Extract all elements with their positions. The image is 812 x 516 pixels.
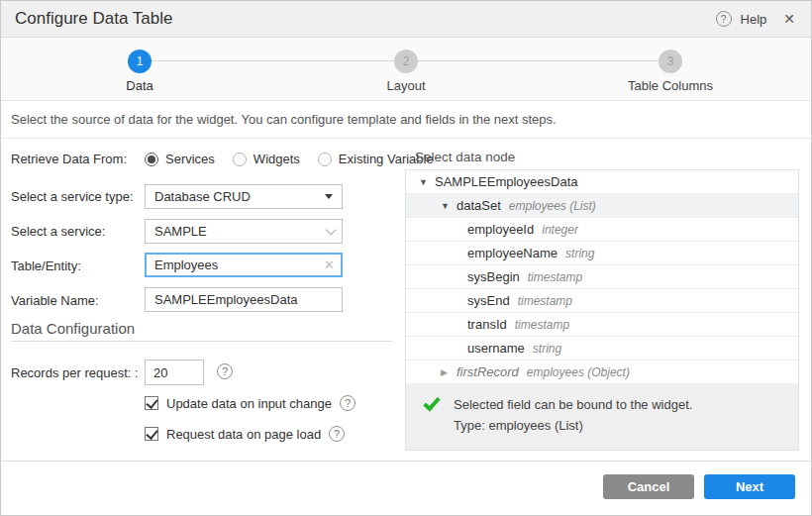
dialog-content: Retrieve Data From: Services Widgets Exi… xyxy=(1,139,811,463)
dropdown-arrow-icon xyxy=(325,194,333,199)
radio-existing-variable-dot xyxy=(318,153,332,166)
tree-node-name: firstRecord xyxy=(457,364,519,379)
tree-node-type: string xyxy=(533,342,561,356)
tree-node-name: employeeName xyxy=(467,246,558,260)
tree-node-type: timestamp xyxy=(518,294,572,308)
collapse-arrow-icon[interactable]: ▼ xyxy=(441,201,457,211)
request-data-checkbox-row: Request data on page load ? xyxy=(145,426,345,442)
tree-row-employeeid[interactable]: employeeId integer xyxy=(406,218,798,242)
tree-node-name: SAMPLEEmployeesData xyxy=(435,174,578,189)
dialog-header: Configure Data Table ? Help ✕ xyxy=(1,1,811,38)
records-per-request-label: Records per request: : xyxy=(11,365,139,380)
service-type-value: Database CRUD xyxy=(154,189,251,204)
tree-row-transid[interactable]: transId timestamp xyxy=(406,313,798,337)
data-configuration-title: Data Configuration xyxy=(11,320,135,337)
update-data-checkbox-row: Update data on input change ? xyxy=(145,395,355,411)
chevron-down-icon xyxy=(325,224,336,235)
radio-services[interactable]: Services xyxy=(145,152,215,166)
binding-status-text: Selected field can be bound to the widge… xyxy=(454,394,692,436)
header-actions: ? Help ✕ xyxy=(716,11,811,27)
dialog-title: Configure Data Table xyxy=(1,9,716,29)
select-data-node-title: Select data node xyxy=(415,150,515,164)
expand-arrow-icon[interactable]: ▶ xyxy=(441,367,457,377)
retrieve-data-from-radios: Services Widgets Existing Variable xyxy=(145,152,434,166)
radio-widgets-dot xyxy=(233,153,247,166)
collapse-arrow-icon[interactable]: ▼ xyxy=(419,177,435,187)
next-button[interactable]: Next xyxy=(704,474,795,499)
help-link[interactable]: Help xyxy=(741,12,767,27)
wizard-stepper: 1 Data 2 Layout 3 Table Columns xyxy=(1,38,811,101)
records-help-icon[interactable]: ? xyxy=(217,363,233,379)
step-2-label: Layout xyxy=(386,78,425,93)
help-icon[interactable]: ? xyxy=(716,11,732,27)
service-type-label: Select a service type: xyxy=(11,189,134,204)
radio-widgets-label: Widgets xyxy=(254,152,300,166)
update-data-checkbox-label: Update data on input change xyxy=(166,396,332,411)
step-3-label: Table Columns xyxy=(628,78,713,93)
configure-data-table-dialog: Configure Data Table ? Help ✕ 1 Data 2 L… xyxy=(0,0,812,516)
tree-node-type: integer xyxy=(542,223,578,237)
close-icon[interactable]: ✕ xyxy=(783,11,795,27)
binding-status-line1: Selected field can be bound to the widge… xyxy=(454,394,692,415)
data-node-tree: ▼ SAMPLEEmployeesData ▼ dataSet employee… xyxy=(405,169,799,451)
tree-row-firstrecord[interactable]: ▶ firstRecord employees (Object) xyxy=(406,361,798,384)
tree-row-dataset[interactable]: ▼ dataSet employees (List) xyxy=(406,194,798,218)
tree-node-name: sysBegin xyxy=(467,269,520,284)
variable-name-label: Variable Name: xyxy=(11,293,99,308)
radio-services-dot xyxy=(145,153,158,166)
step-3-circle[interactable]: 3 xyxy=(659,50,682,73)
update-data-help-icon[interactable]: ? xyxy=(340,395,355,411)
radio-services-label: Services xyxy=(165,152,215,166)
tree-node-type: employees (Object) xyxy=(527,365,630,379)
tree-row-sysbegin[interactable]: sysBegin timestamp xyxy=(406,265,798,289)
tree-node-type: employees (List) xyxy=(509,199,596,213)
dialog-description: Select the source of data for the widget… xyxy=(1,101,811,139)
service-label: Select a service: xyxy=(11,224,105,239)
request-data-help-icon[interactable]: ? xyxy=(329,426,345,442)
request-data-checkbox-label: Request data on page load xyxy=(166,427,321,442)
tree-node-name: username xyxy=(467,341,525,356)
tree-row-sysend[interactable]: sysEnd timestamp xyxy=(406,289,798,313)
request-data-checkbox[interactable] xyxy=(145,427,158,441)
success-check-icon xyxy=(423,394,440,412)
update-data-checkbox[interactable] xyxy=(145,396,158,410)
tree-row-username[interactable]: username string xyxy=(406,337,798,361)
cancel-button[interactable]: Cancel xyxy=(603,474,694,499)
section-divider xyxy=(11,341,392,342)
step-2-circle[interactable]: 2 xyxy=(394,50,418,73)
table-entity-label: Table/Entity: xyxy=(11,258,81,273)
binding-status-message: Selected field can be bound to the widge… xyxy=(406,384,798,450)
service-type-select[interactable]: Database CRUD xyxy=(145,184,343,209)
tree-row-employeename[interactable]: employeeName string xyxy=(406,242,798,265)
tree-node-name: transId xyxy=(467,317,507,332)
tree-node-type: string xyxy=(565,247,594,260)
tree-node-name: dataSet xyxy=(457,198,501,213)
variable-name-input[interactable] xyxy=(145,287,343,312)
tree-node-type: timestamp xyxy=(515,318,569,332)
step-1-label: Data xyxy=(126,78,152,93)
service-select[interactable]: SAMPLE xyxy=(145,219,343,244)
retrieve-data-from-label: Retrieve Data From: xyxy=(11,152,127,166)
table-entity-input[interactable] xyxy=(145,253,343,277)
tree-node-type: timestamp xyxy=(528,270,582,284)
clear-input-icon[interactable]: ✕ xyxy=(324,258,335,272)
binding-status-line2: Type: employees (List) xyxy=(454,415,692,436)
tree-node-name: employeeId xyxy=(467,222,534,237)
dialog-footer: Cancel Next xyxy=(1,461,811,515)
tree-node-name: sysEnd xyxy=(467,293,510,308)
service-value: SAMPLE xyxy=(154,224,207,239)
tree-row-root[interactable]: ▼ SAMPLEEmployeesData xyxy=(406,170,798,194)
radio-widgets[interactable]: Widgets xyxy=(233,152,300,166)
records-per-request-input[interactable] xyxy=(145,360,204,385)
step-1-circle[interactable]: 1 xyxy=(128,50,152,73)
